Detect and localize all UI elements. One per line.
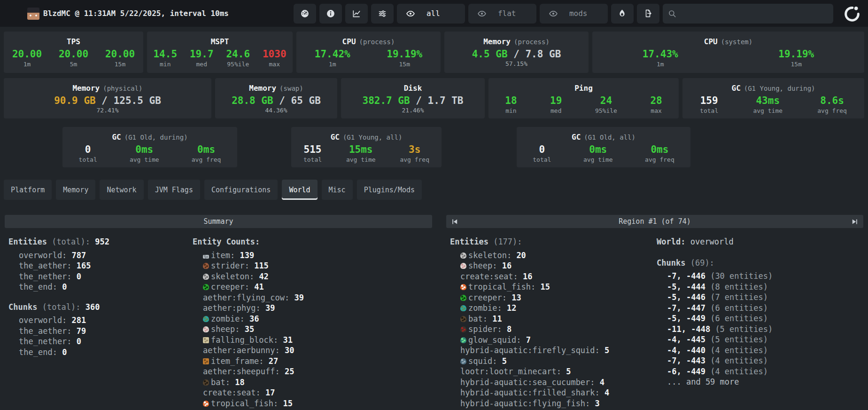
entity-name: sheep: bbox=[211, 324, 240, 334]
chunk-entity-count: (6 entities) bbox=[710, 303, 768, 313]
tab[interactable]: Memory bbox=[56, 180, 95, 200]
widget-gc-g1-old-all: GC(G1 Old, all) 0total0msavg time0msavg … bbox=[517, 127, 690, 167]
entities-by-dimension: overworld: 787the_aether: 165the_nether:… bbox=[8, 250, 193, 292]
chunk-entity-count: (5 entities) bbox=[715, 324, 773, 334]
entity-count-row: spider: 8 bbox=[450, 324, 657, 335]
entity-spawn-egg-icon bbox=[203, 316, 209, 322]
stat-cell: 28max bbox=[650, 95, 662, 114]
widgets-row-3: GC(G1 Old, during) 0total0msavg time0msa… bbox=[0, 127, 868, 167]
chunk-row: -4, -445 (5 entities) bbox=[657, 334, 860, 345]
gauge-icon bbox=[300, 9, 310, 18]
stat-label: avg freq bbox=[400, 156, 429, 163]
tab[interactable]: Configurations bbox=[204, 180, 278, 200]
entity-count-row: zombie: 12 bbox=[450, 303, 657, 314]
chunk-entity-count: (4 entities) bbox=[710, 346, 768, 355]
entity-name: bat: bbox=[211, 378, 230, 387]
usage-used: 382.7 GB bbox=[363, 95, 410, 106]
visibility-toggle[interactable]: all bbox=[397, 4, 465, 24]
widget-title: Memory bbox=[249, 84, 276, 93]
dimension-row: the_nether: 0 bbox=[8, 271, 193, 282]
tab[interactable]: Network bbox=[100, 180, 143, 200]
entity-count: 16 bbox=[502, 261, 512, 270]
spark-logo[interactable] bbox=[833, 4, 861, 23]
tab[interactable]: Misc bbox=[322, 180, 353, 200]
entity-name: spider: bbox=[468, 324, 502, 334]
stat-label: 15m bbox=[778, 61, 814, 68]
region-last-button[interactable] bbox=[851, 218, 859, 226]
widget-gc-g1-young-all: GC(G1 Young, all) 515total15msavg time3s… bbox=[291, 127, 442, 167]
export-button[interactable] bbox=[637, 4, 659, 24]
entity-count: 12 bbox=[507, 303, 516, 313]
entity-count-row: creeper: 41 bbox=[193, 282, 428, 292]
usage-percent: 57.15% bbox=[444, 60, 589, 67]
stat-label: avg freq bbox=[192, 156, 221, 163]
entity-count: 20 bbox=[516, 251, 526, 260]
tab[interactable]: World bbox=[282, 180, 317, 200]
stat-cell: 19.7med bbox=[190, 49, 214, 68]
stat-value: 515 bbox=[304, 144, 322, 155]
widget-cpu-process: CPU(process) 17.42%1m19.19%15m bbox=[296, 32, 441, 73]
stat-label: avg time bbox=[346, 156, 376, 163]
stat-cell: 159total bbox=[700, 95, 718, 114]
entity-count: 30 bbox=[285, 346, 294, 355]
filter-sliders-button[interactable] bbox=[371, 4, 394, 24]
section-tabs: Platform Memory Network JVM Flags Config… bbox=[4, 180, 864, 200]
stat-value: 20.00 bbox=[105, 48, 135, 60]
chunk-entity-count: (30 entities) bbox=[710, 271, 773, 281]
entity-spawn-egg-icon bbox=[460, 284, 466, 290]
widget-ping: Ping 18min19med2495%ile28max bbox=[488, 78, 679, 118]
widget-title: GC bbox=[331, 133, 340, 142]
chunk-row: -11, -448 (5 entities) bbox=[657, 324, 860, 335]
usage-used: 90.9 GB bbox=[54, 95, 96, 106]
chunk-row: -7, -447 (6 entities) bbox=[657, 303, 860, 314]
widget-subtitle: (G1 Young, during) bbox=[744, 85, 815, 92]
stat-value: 1030 bbox=[263, 48, 287, 60]
widget-memory-swap: Memory(swap) 28.8 GB / 65 GB 44.36% bbox=[215, 78, 337, 118]
entity-count: 27 bbox=[269, 356, 278, 366]
stat-cell: 515total bbox=[303, 144, 322, 163]
tab[interactable]: JVM Flags bbox=[148, 180, 200, 200]
widget-title: Memory bbox=[72, 84, 100, 93]
visibility-toggle[interactable]: mods bbox=[540, 4, 608, 24]
entity-spawn-egg-icon bbox=[203, 358, 209, 364]
entity-name: zombie: bbox=[468, 303, 502, 313]
widget-title: Ping bbox=[574, 84, 593, 93]
stat-cell: 43msavg time bbox=[753, 95, 783, 114]
stat-value: 19.19% bbox=[387, 48, 422, 60]
server-avatar bbox=[27, 8, 39, 20]
entity-spawn-egg-icon bbox=[460, 263, 466, 269]
usage-used: 4.5 GB bbox=[472, 48, 508, 60]
entity-spawn-egg-icon bbox=[203, 379, 209, 386]
entity-count: 5 bbox=[566, 367, 571, 376]
entity-name: skeleton: bbox=[468, 251, 512, 260]
usage-percent: 44.36% bbox=[215, 107, 337, 114]
search-input[interactable] bbox=[663, 4, 833, 24]
stat-label: total bbox=[79, 156, 97, 163]
chunk-entity-count: (7 entities) bbox=[710, 292, 768, 302]
entity-count-row: squid: 5 bbox=[450, 356, 657, 367]
entity-count-row: sheep: 16 bbox=[450, 260, 657, 271]
widget-gc-g1-old-during: GC(G1 Old, during) 0total0msavg time0msa… bbox=[62, 127, 237, 167]
eye-icon bbox=[406, 9, 415, 18]
metrics-gauge-button[interactable] bbox=[294, 4, 316, 24]
chunk-row: -7, -443 (4 entities) bbox=[657, 355, 860, 366]
region-title: Region #1 (of 74) bbox=[446, 217, 863, 226]
graph-button[interactable] bbox=[345, 4, 368, 24]
top-bar: BlzdMC @ 11:31AM 5/22/2025, interval 10m… bbox=[0, 0, 868, 27]
spark-logo-icon bbox=[843, 4, 861, 23]
entity-name: glow_squid: bbox=[468, 335, 521, 345]
entity-spawn-egg-icon bbox=[460, 295, 466, 301]
flame-graph-button[interactable] bbox=[611, 4, 634, 24]
entity-count-row: aether:flying_cow: 39 bbox=[193, 292, 428, 303]
region-first-button[interactable] bbox=[450, 218, 458, 226]
stat-label: 1m bbox=[315, 61, 350, 68]
tab[interactable]: Platform bbox=[4, 180, 52, 200]
skip-end-icon bbox=[851, 218, 859, 226]
info-button[interactable] bbox=[319, 4, 342, 24]
entity-name: zombie: bbox=[211, 314, 245, 323]
visibility-toggle[interactable]: flat bbox=[468, 4, 536, 24]
dimension-row: the_nether: 0 bbox=[8, 336, 193, 347]
widget-disk: Disk 382.7 GB / 1.7 TB 21.46% bbox=[341, 78, 485, 118]
tab[interactable]: Plugins/Mods bbox=[357, 180, 422, 200]
stat-cell: 8.6savg freq bbox=[817, 95, 847, 114]
